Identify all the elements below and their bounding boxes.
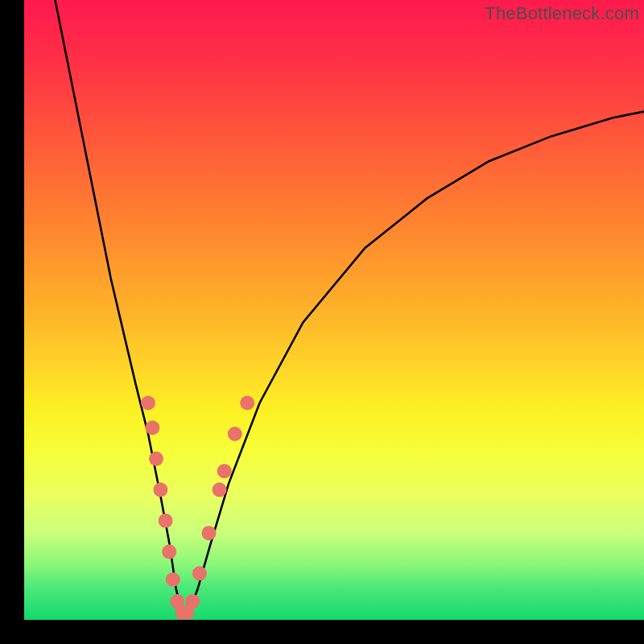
- curve-marker: [166, 572, 180, 587]
- curve-marker: [228, 427, 242, 441]
- curve-marker: [192, 566, 207, 580]
- curve-marker: [159, 514, 173, 528]
- bottleneck-curve: [56, 0, 645, 613]
- curve-marker: [149, 452, 163, 466]
- curve-marker: [217, 464, 232, 478]
- curve-marker: [145, 420, 159, 435]
- curve-marker: [141, 396, 155, 411]
- curve-marker: [202, 526, 217, 540]
- chart-frame: TheBottleneck.com: [0, 0, 644, 644]
- curve-marker: [185, 594, 200, 609]
- watermark-text: TheBottleneck.com: [485, 3, 639, 24]
- chart-plot-area: [24, 0, 644, 620]
- curve-marker: [162, 544, 176, 559]
- curve-marker: [153, 482, 167, 497]
- curve-marker: [240, 396, 254, 411]
- curve-marker: [213, 482, 227, 497]
- chart-svg: [24, 0, 644, 620]
